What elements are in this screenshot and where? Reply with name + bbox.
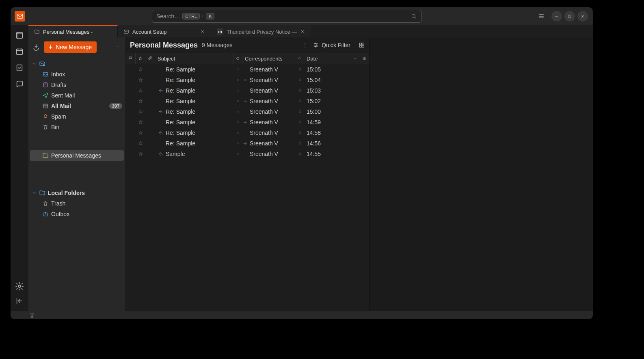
local-folders-header[interactable]: Local Folders bbox=[28, 188, 125, 198]
chat-space-icon[interactable] bbox=[15, 80, 24, 89]
spam-column-header[interactable] bbox=[295, 53, 304, 64]
svg-rect-3 bbox=[17, 32, 23, 39]
app-menu-button[interactable] bbox=[536, 11, 547, 22]
thread-column-header[interactable] bbox=[126, 53, 136, 64]
outgoing-icon bbox=[242, 77, 248, 83]
svg-rect-24 bbox=[362, 45, 364, 48]
close-icon[interactable] bbox=[300, 29, 305, 34]
mozilla-icon: m bbox=[217, 28, 223, 35]
folder-item-personal messages[interactable]: Personal Messages bbox=[30, 150, 124, 161]
message-list-pane: Personal Messages 9 Messages ⋮ Quick Fil… bbox=[126, 37, 370, 311]
message-subject: Re: Sample bbox=[155, 77, 233, 83]
unread-badge: 397 bbox=[109, 103, 122, 109]
svg-rect-16 bbox=[43, 104, 48, 105]
star-toggle[interactable] bbox=[136, 88, 145, 93]
activity-bar bbox=[11, 25, 28, 311]
close-icon[interactable] bbox=[200, 29, 205, 34]
message-date: 14:59 bbox=[304, 119, 360, 125]
column-headers: Subject Correspondents Date bbox=[126, 53, 369, 64]
folder-item-spam[interactable]: Spam bbox=[28, 111, 125, 122]
junk-column-header[interactable] bbox=[233, 53, 242, 64]
folder-item-bin[interactable]: Bin bbox=[28, 122, 125, 132]
svg-rect-2 bbox=[568, 15, 571, 17]
new-message-button[interactable]: + New Message bbox=[44, 41, 97, 53]
message-date: 14:55 bbox=[304, 151, 360, 157]
message-correspondent: Sreenath V bbox=[242, 108, 295, 115]
mail-space-icon[interactable] bbox=[15, 31, 24, 40]
tasks-space-icon[interactable] bbox=[15, 63, 24, 72]
folder-label: Drafts bbox=[51, 82, 66, 88]
calendar-space-icon[interactable] bbox=[15, 47, 24, 56]
star-toggle[interactable] bbox=[136, 78, 145, 83]
star-toggle[interactable] bbox=[136, 130, 145, 136]
folder-item-drafts[interactable]: Drafts bbox=[28, 80, 125, 90]
message-row[interactable]: Re: Sample Sreenath V 14:58 bbox=[126, 128, 369, 138]
star-toggle[interactable] bbox=[136, 99, 145, 104]
sort-asc-icon bbox=[353, 56, 357, 61]
correspondents-column-header[interactable]: Correspondents bbox=[242, 53, 295, 64]
plus-icon: + bbox=[49, 44, 52, 50]
star-toggle[interactable] bbox=[136, 67, 145, 72]
tab-privacy-notice[interactable]: m Thunderbird Privacy Notice — bbox=[211, 25, 311, 37]
message-date: 15:05 bbox=[304, 66, 360, 73]
star-toggle[interactable] bbox=[136, 151, 145, 157]
star-column-header[interactable] bbox=[136, 53, 145, 64]
svg-point-12 bbox=[43, 64, 45, 66]
message-row[interactable]: Re: Sample Sreenath V 15:03 bbox=[126, 85, 369, 96]
window-close-button[interactable] bbox=[577, 11, 588, 22]
account-header[interactable] bbox=[28, 58, 125, 69]
svg-point-30 bbox=[237, 100, 239, 102]
message-correspondent: Sreenath V bbox=[242, 87, 295, 94]
message-row[interactable]: Sample Sreenath V 14:55 bbox=[126, 149, 369, 159]
settings-icon[interactable] bbox=[15, 282, 24, 291]
attachment-column-header[interactable] bbox=[145, 53, 155, 64]
window-minimize-button[interactable] bbox=[551, 11, 562, 22]
folder-label: All Mail bbox=[51, 103, 71, 109]
svg-point-27 bbox=[237, 69, 239, 70]
network-status-icon[interactable] bbox=[29, 312, 35, 318]
message-row[interactable]: Re: Sample Sreenath V 15:05 bbox=[126, 64, 369, 75]
folder-item-all mail[interactable]: All Mail 397 bbox=[28, 101, 125, 111]
folder-item-trash[interactable]: Trash bbox=[28, 198, 125, 209]
folder-label: Outbox bbox=[51, 211, 69, 217]
chevron-down-icon bbox=[32, 61, 37, 66]
folder-pane-more-button[interactable] bbox=[114, 43, 121, 51]
message-correspondent: Sreenath V bbox=[242, 151, 295, 157]
quick-filter-label: Quick Filter bbox=[322, 42, 350, 48]
message-subject: Re: Sample bbox=[155, 108, 233, 115]
window-maximize-button[interactable] bbox=[564, 11, 575, 22]
folder-item-sent mail[interactable]: Sent Mail bbox=[28, 90, 125, 101]
folder-pane: + New Message Inbox Drafts bbox=[28, 37, 126, 311]
global-search-input[interactable]: Search… CTRL + K bbox=[152, 10, 421, 23]
message-row[interactable]: Re: Sample Sreenath V 15:04 bbox=[126, 75, 369, 85]
tab-account-setup[interactable]: Account Setup bbox=[118, 25, 211, 37]
svg-point-10 bbox=[118, 46, 119, 47]
folder-item-outbox[interactable]: Outbox bbox=[28, 209, 125, 219]
subject-column-header[interactable]: Subject bbox=[155, 53, 233, 64]
tab-personal-messages[interactable]: Personal Messages - bbox=[28, 25, 118, 37]
folder-label: Spam bbox=[51, 113, 66, 120]
column-picker-icon[interactable] bbox=[360, 53, 369, 64]
star-toggle[interactable] bbox=[136, 120, 145, 125]
svg-rect-26 bbox=[363, 57, 366, 60]
message-rows: Re: Sample Sreenath V 15:05 Re: Sample S… bbox=[126, 64, 369, 311]
message-row[interactable]: Re: Sample Sreenath V 14:56 bbox=[126, 138, 369, 149]
collapse-sidebar-icon[interactable] bbox=[15, 296, 24, 305]
get-messages-icon[interactable] bbox=[32, 43, 40, 51]
message-row[interactable]: Re: Sample Sreenath V 15:02 bbox=[126, 96, 369, 106]
tab-label: Thunderbird Privacy Notice — bbox=[227, 29, 297, 35]
message-row[interactable]: Re: Sample Sreenath V 14:59 bbox=[126, 117, 369, 128]
folder-label: Local Folders bbox=[48, 190, 85, 196]
date-column-header[interactable]: Date bbox=[304, 53, 360, 64]
message-subject: Re: Sample bbox=[155, 87, 233, 94]
message-row[interactable]: Re: Sample Sreenath V 15:00 bbox=[126, 106, 369, 117]
folder-item-inbox[interactable]: Inbox bbox=[28, 69, 125, 80]
display-options-icon[interactable] bbox=[359, 42, 365, 48]
key-k: K bbox=[206, 13, 214, 19]
svg-point-1 bbox=[412, 14, 415, 17]
star-toggle[interactable] bbox=[136, 109, 145, 115]
star-toggle[interactable] bbox=[136, 141, 145, 146]
quick-filter-button[interactable]: Quick Filter bbox=[313, 42, 350, 48]
svg-point-9 bbox=[118, 46, 118, 47]
search-icon bbox=[411, 13, 417, 19]
